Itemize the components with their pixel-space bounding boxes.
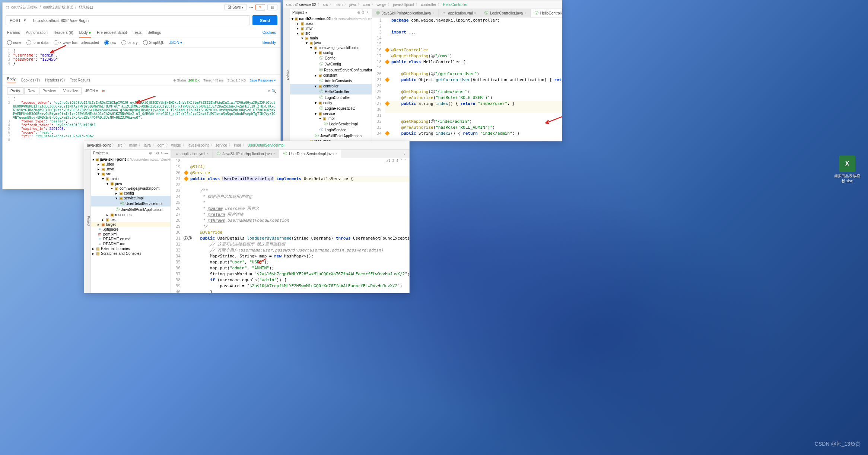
- beautify-link[interactable]: Beautify: [263, 41, 276, 45]
- tree-icons[interactable]: ⊕ ÷ ⚙ ↻ —: [149, 151, 168, 155]
- tab-hello[interactable]: ⓒHelloController.java×: [531, 9, 562, 17]
- watermark: CSDN @韩_13负责: [815, 441, 861, 448]
- ide1-editor-tabs: ⓒJavaSkillPointApplication.java× ≡applic…: [372, 9, 562, 17]
- tab2-yml[interactable]: ≡application.yml×: [171, 150, 213, 158]
- ide1-breadcrumb: oauth2-service-02〉src〉main〉java〉com〉weig…: [283, 0, 562, 9]
- project-tree[interactable]: Project ▾⊕ ⚙ ⋮ ▾▣oauth2-service-02 C:\Us…: [290, 9, 372, 141]
- tab-settings[interactable]: Settings: [147, 28, 161, 38]
- response-tabs: Body Cookies (1) Headers (9) Test Result…: [3, 74, 280, 86]
- tab-app[interactable]: ⓒJavaSkillPointApplication.java×: [372, 9, 439, 17]
- inspection-widget[interactable]: ⚠1 2 4 ^ ˅: [386, 159, 406, 163]
- request-tabs: Params Authorization Headers (9) Body ● …: [3, 28, 280, 38]
- save-response-link[interactable]: Save Response ▾: [249, 78, 276, 82]
- desktop-file-xlsx[interactable]: X 虚拟商品发放模板.xlsx: [834, 156, 861, 184]
- ide2-project-tree[interactable]: Project ▾⊕ ÷ ⚙ ↻ — ▾▣java-skill-point C:…: [91, 150, 171, 293]
- project-tool-button[interactable]: Project: [283, 9, 290, 141]
- resp-tab-cookies[interactable]: Cookies (1): [21, 78, 40, 82]
- cookies-link[interactable]: Cookies: [263, 28, 276, 38]
- tab-yml[interactable]: ≡application.yml×: [439, 9, 480, 17]
- tab-body[interactable]: Body ●: [79, 28, 91, 38]
- view-raw[interactable]: Raw: [24, 87, 38, 94]
- tab-auth[interactable]: Authorization: [26, 28, 47, 38]
- ide1-editor: ⓒJavaSkillPointApplication.java× ≡applic…: [372, 9, 562, 141]
- breadcrumb-1[interactable]: oauth2认证授权: [11, 5, 38, 10]
- tab-params[interactable]: Params: [7, 28, 20, 38]
- wrap-icon[interactable]: ⇄: [102, 89, 105, 93]
- save-button[interactable]: 🖫 Save ▾: [224, 4, 247, 10]
- ide-window-userdetail: java-skill-point〉src〉main〉java〉com〉weige…: [84, 141, 410, 293]
- ide2-project-tool[interactable]: Project: [84, 150, 91, 293]
- method-select[interactable]: POST▾: [6, 15, 30, 25]
- http-icon: ▢: [6, 5, 9, 9]
- radio-graphql[interactable]: GraphQL: [143, 40, 164, 45]
- copy-icon[interactable]: ⧉ 🔍: [268, 89, 276, 93]
- edit-icon[interactable]: ✎: [255, 4, 265, 10]
- tab2-uds[interactable]: ⓒUserDetailServiceImpl.java×: [279, 150, 341, 158]
- ide2-code[interactable]: ⚠1 2 4 ^ ˅ 18 19@Slf4j 20🔶@Service 21🔶pu…: [171, 158, 409, 293]
- tab-headers[interactable]: Headers (9): [54, 28, 73, 38]
- ide1-code[interactable]: 1package com.weige.javaskillpoint.contro…: [372, 17, 562, 141]
- tab-login[interactable]: ⓒLoginController.java×: [480, 9, 531, 17]
- chevron-down-icon: ▾: [24, 18, 26, 23]
- url-input[interactable]: [30, 15, 249, 25]
- view-preview[interactable]: Preview: [39, 87, 59, 94]
- send-button[interactable]: Send: [252, 15, 277, 25]
- radio-formdata[interactable]: form-data: [26, 40, 48, 45]
- radio-xwww[interactable]: x-www-form-urlencoded: [54, 40, 99, 45]
- postman-header: ▢ oauth2认证授权/ oauth2进阶版测试/ 登录接口 🖫 Save ▾…: [3, 3, 280, 12]
- ide2-editor-tabs: ≡application.yml× ⓒJavaSkillPointApplica…: [171, 150, 409, 158]
- resp-tab-body[interactable]: Body: [7, 77, 16, 83]
- ide-window-hello: oauth2-service-02〉src〉main〉java〉com〉weig…: [283, 0, 562, 141]
- tab-tests[interactable]: Tests: [133, 28, 142, 38]
- tab-prereq[interactable]: Pre-request Script: [97, 28, 127, 38]
- resp-tab-tests[interactable]: Test Results: [70, 78, 90, 82]
- json-dropdown[interactable]: JSON ▾: [169, 41, 182, 45]
- radio-raw[interactable]: raw: [104, 40, 116, 45]
- ide2-breadcrumb: java-skill-point〉src〉main〉java〉com〉weige…: [84, 141, 409, 150]
- excel-icon: X: [839, 156, 855, 172]
- editor-more-icon[interactable]: ⋮: [400, 150, 409, 158]
- response-status: ⊕ Status: 200 OK Time: 445 ms Size: 1.6 …: [173, 78, 276, 82]
- url-bar: POST▾ Send: [3, 12, 280, 28]
- tab2-app[interactable]: ⓒJavaSkillPointApplication.java×: [213, 150, 279, 158]
- view-visualize[interactable]: Visualize: [60, 87, 82, 94]
- radio-binary[interactable]: binary: [121, 40, 137, 45]
- sidebar-toggle-icon[interactable]: ▤: [267, 4, 277, 10]
- response-view-tabs: Pretty Raw Preview Visualize JSON ▾ ⇄ ⧉ …: [3, 86, 280, 96]
- more-icon[interactable]: •••: [249, 5, 253, 9]
- radio-none[interactable]: none: [7, 40, 21, 45]
- resp-tab-headers[interactable]: Headers (9): [45, 78, 65, 82]
- resp-json-dropdown[interactable]: JSON ▾: [85, 89, 98, 93]
- breadcrumb-2[interactable]: oauth2进阶版测试: [43, 5, 73, 10]
- request-body-editor[interactable]: 1{ 2 "username": "admin", 3 "password": …: [3, 48, 280, 74]
- project-label: Project: [292, 10, 304, 15]
- body-type-row: none form-data x-www-form-urlencoded raw…: [3, 38, 280, 48]
- tree-settings-icon[interactable]: ⊕ ⚙ ⋮: [357, 10, 369, 15]
- view-pretty[interactable]: Pretty: [7, 87, 23, 94]
- ide2-editor: ≡application.yml× ⓒJavaSkillPointApplica…: [171, 150, 409, 293]
- breadcrumb-3: 登录接口: [79, 5, 93, 10]
